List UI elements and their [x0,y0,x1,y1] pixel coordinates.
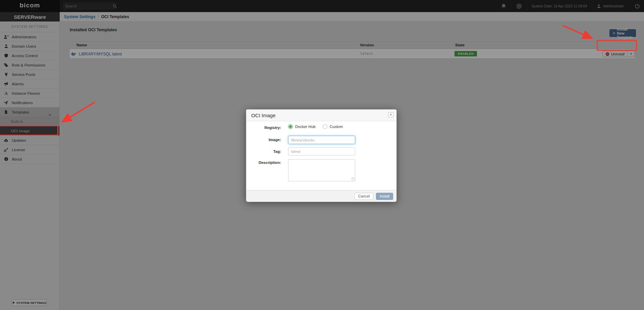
description-field[interactable] [288,159,355,181]
serverware-app: bicom SYSTEMS System Date: 19 [0,0,644,310]
registry-options: Docker Hub Custom [288,124,347,129]
radio-docker-hub-label[interactable]: Docker Hub [295,125,316,129]
radio-custom[interactable] [323,124,327,129]
description-label: Description: [246,161,281,165]
registry-label: Registry: [246,126,281,130]
modal-footer: Cancel Install [246,190,396,202]
install-button[interactable]: Install [376,193,393,200]
tag-label: Tag: [246,149,281,153]
modal-close-button[interactable]: ✖ [388,112,393,117]
oci-image-modal: OCI Image ✖ Registry: Docker Hub Custom … [246,109,397,202]
modal-title: OCI Image [251,113,276,118]
image-field[interactable] [288,136,355,144]
radio-custom-label[interactable]: Custom [330,125,343,129]
close-icon: ✖ [390,113,392,116]
tag-field[interactable] [288,147,355,156]
image-label: Image: [246,138,281,142]
cancel-button[interactable]: Cancel [355,193,373,200]
modal-header: OCI Image [246,109,396,121]
radio-docker-hub[interactable] [288,124,293,129]
